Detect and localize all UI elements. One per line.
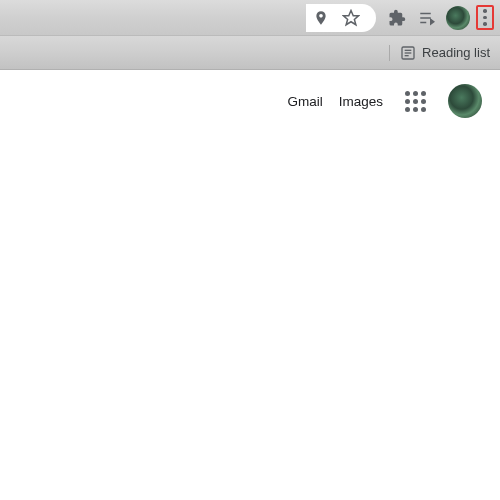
playlist-icon[interactable] [412, 3, 442, 33]
bookmarks-bar: Reading list [0, 36, 500, 70]
profile-avatar-content[interactable] [448, 84, 482, 118]
gmail-link[interactable]: Gmail [287, 94, 322, 109]
svg-marker-0 [344, 10, 359, 24]
extensions-icon[interactable] [382, 3, 412, 33]
apps-launcher-icon[interactable] [405, 91, 426, 112]
reading-list-icon [400, 45, 416, 61]
reading-list-label: Reading list [422, 45, 490, 60]
menu-button-highlight [476, 5, 494, 30]
images-link[interactable]: Images [339, 94, 383, 109]
profile-avatar-toolbar[interactable] [446, 6, 470, 30]
browser-toolbar [0, 0, 500, 36]
location-icon[interactable] [306, 3, 336, 33]
content-header: Gmail Images [0, 70, 500, 132]
bookmark-star-icon[interactable] [336, 3, 366, 33]
more-menu-icon[interactable] [478, 9, 492, 26]
omnibox-end[interactable] [306, 4, 376, 32]
reading-list-button[interactable]: Reading list [389, 45, 490, 61]
